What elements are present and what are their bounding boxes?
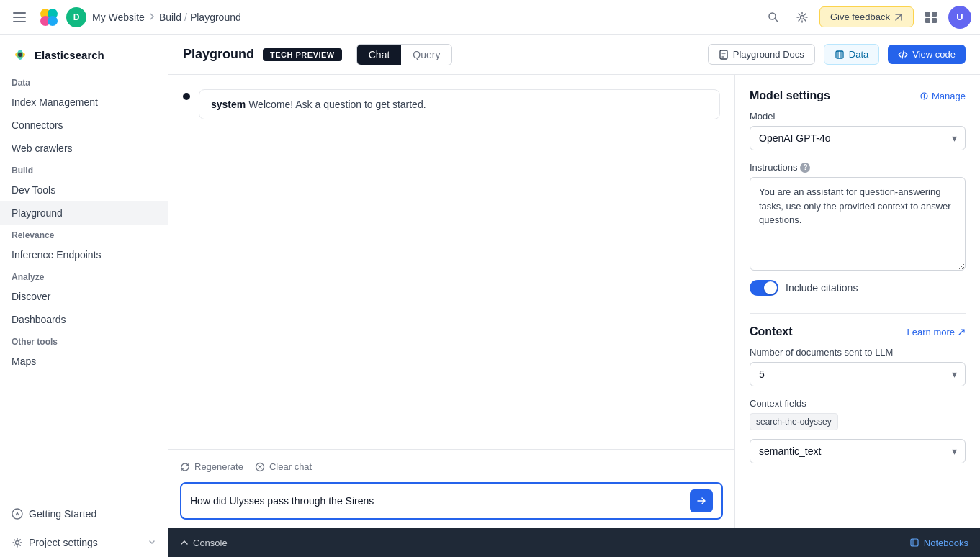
include-citations-toggle[interactable] (750, 280, 778, 296)
bottom-console: Console Notebooks (168, 528, 980, 557)
num-docs-select[interactable]: 5 10 15 (750, 362, 966, 386)
menu-button[interactable] (9, 6, 32, 29)
rocket-icon (12, 508, 23, 520)
data-button[interactable]: Data (824, 44, 879, 65)
chevron-down-icon (148, 537, 156, 548)
breadcrumb-sep-2: / (184, 12, 187, 23)
content-area: Playground TECH PREVIEW Chat Query Playg… (168, 35, 980, 557)
model-settings-section: Model settings Manage Model OpenAI GPT-4… (750, 89, 966, 296)
sidebar-footer: Getting Started Project settings (0, 499, 168, 557)
chevron-up-icon (180, 538, 189, 547)
context-section: Context Learn more Number of documents s… (750, 325, 966, 463)
playground-docs-button[interactable]: Playground Docs (708, 44, 815, 65)
message-role: system (211, 99, 246, 110)
console-label: Console (193, 538, 228, 548)
svg-rect-21 (911, 539, 918, 546)
svg-point-11 (12, 509, 22, 519)
manage-icon (920, 91, 929, 101)
playground-docs-label: Playground Docs (733, 49, 804, 60)
svg-point-12 (16, 541, 19, 545)
sidebar-section-analyze: Analyze (0, 266, 168, 285)
svg-point-6 (800, 15, 804, 19)
notebooks-icon (909, 538, 920, 548)
clear-chat-label: Clear chat (269, 461, 312, 472)
sidebar-footer-getting-started[interactable]: Getting Started (0, 499, 168, 528)
search-button[interactable] (762, 6, 785, 29)
sidebar-item-connectors[interactable]: Connectors (0, 114, 168, 137)
regenerate-label: Regenerate (194, 461, 243, 472)
playground-title: Playground (183, 47, 254, 62)
playground-body: system Welcome! Ask a question to get st… (168, 75, 980, 528)
svg-point-3 (48, 16, 58, 26)
sidebar-header: Elasticsearch (0, 35, 168, 72)
grid-button[interactable] (920, 6, 943, 29)
send-icon (696, 496, 706, 506)
data-btn-label: Data (849, 49, 868, 60)
sidebar-item-playground[interactable]: Playground (0, 201, 168, 225)
settings-button[interactable] (791, 6, 814, 29)
console-toggle[interactable]: Console (180, 538, 228, 548)
sidebar-item-maps[interactable]: Maps (0, 350, 168, 373)
model-field-label: Model (750, 111, 966, 122)
view-code-button[interactable]: View code (888, 45, 966, 64)
learn-more-label: Learn more (907, 327, 955, 338)
clear-icon (255, 462, 265, 472)
sidebar-item-inference-endpoints[interactable]: Inference Endpoints (0, 243, 168, 266)
instructions-label-text: Instructions (750, 162, 797, 173)
tab-query[interactable]: Query (401, 45, 451, 65)
feedback-label: Give feedback (830, 12, 890, 22)
manage-label: Manage (932, 91, 966, 101)
notebooks-button[interactable]: Notebooks (909, 538, 968, 548)
breadcrumb-build: Build (159, 12, 181, 23)
chat-input[interactable] (190, 495, 684, 507)
grid-icon (925, 12, 937, 23)
tab-chat[interactable]: Chat (357, 45, 402, 65)
manage-link[interactable]: Manage (920, 91, 966, 101)
user-avatar[interactable]: U (948, 6, 971, 29)
context-title: Context (750, 325, 793, 338)
sidebar-item-dev-tools[interactable]: Dev Tools (0, 178, 168, 201)
sidebar-section-data: Data (0, 72, 168, 91)
model-select[interactable]: OpenAI GPT-4o (750, 126, 966, 150)
getting-started-label: Getting Started (29, 508, 96, 520)
view-code-label: View code (912, 49, 956, 60)
data-icon (835, 50, 845, 60)
feedback-button[interactable]: Give feedback (819, 6, 914, 27)
notebooks-label: Notebooks (924, 538, 968, 548)
sidebar-item-web-crawlers[interactable]: Web crawlers (0, 137, 168, 160)
nav-actions: Give feedback U (762, 6, 971, 29)
sidebar-footer-project-settings[interactable]: Project settings (0, 528, 168, 557)
sidebar-title: Elasticsearch (35, 49, 104, 61)
num-docs-select-wrapper: 5 10 15 (750, 362, 966, 386)
regenerate-icon (180, 462, 190, 472)
breadcrumb-sep-1 (148, 12, 156, 23)
instructions-textarea[interactable]: You are an assistant for question-answer… (750, 177, 966, 271)
chat-area: system Welcome! Ask a question to get st… (168, 75, 735, 528)
svg-rect-17 (836, 51, 843, 58)
clear-chat-button[interactable]: Clear chat (255, 458, 312, 475)
context-fields-label: Context fields (750, 398, 966, 409)
sidebar-item-discover[interactable]: Discover (0, 285, 168, 308)
breadcrumb: My Website Build / Playground (92, 12, 241, 23)
breadcrumb-project[interactable]: My Website (92, 12, 145, 23)
toggle-knob (764, 281, 777, 294)
send-button[interactable] (690, 489, 713, 512)
sidebar-section-relevance: Relevance (0, 225, 168, 243)
chat-message-system: system Welcome! Ask a question to get st… (183, 89, 720, 119)
regenerate-button[interactable]: Regenerate (180, 458, 243, 475)
sidebar-item-index-management[interactable]: Index Management (0, 91, 168, 114)
project-settings-label: Project settings (29, 537, 98, 548)
model-select-wrapper: OpenAI GPT-4o (750, 126, 966, 150)
project-avatar: D (66, 7, 86, 27)
chat-messages: system Welcome! Ask a question to get st… (168, 75, 734, 449)
model-settings-title: Model settings (750, 89, 830, 102)
sidebar-item-dashboards[interactable]: Dashboards (0, 308, 168, 331)
docs-icon (719, 50, 729, 60)
breadcrumb-current: Playground (190, 12, 241, 23)
gear-icon (12, 537, 23, 548)
learn-more-link[interactable]: Learn more (907, 327, 966, 338)
instructions-info-icon: ? (800, 163, 810, 173)
message-content: Welcome! Ask a question to get started. (248, 99, 426, 110)
elasticsearch-logo (12, 46, 29, 63)
context-field-type-select[interactable]: semantic_text (750, 439, 966, 463)
